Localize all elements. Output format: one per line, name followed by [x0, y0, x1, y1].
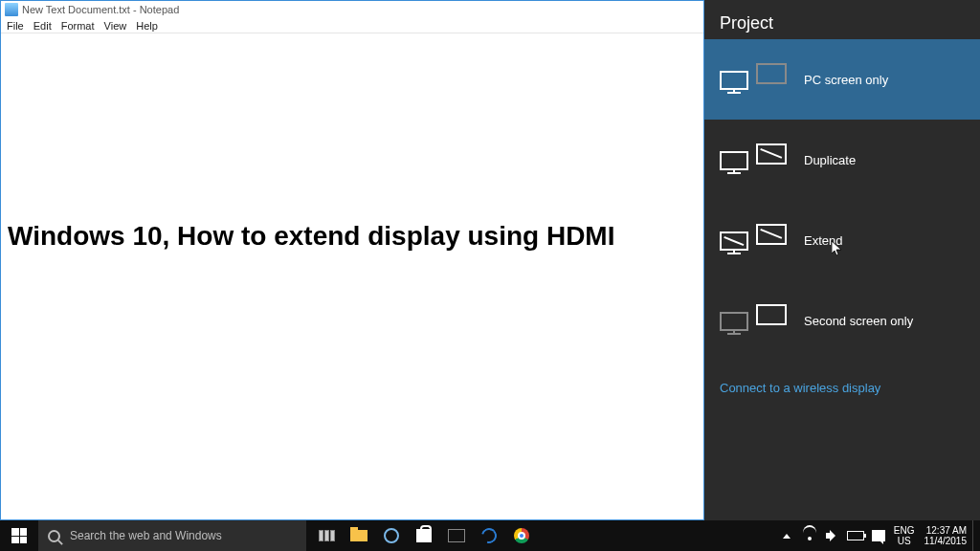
folder-icon — [350, 530, 368, 541]
task-view-icon — [319, 530, 335, 541]
editor-text: Windows 10, How to extend display using … — [8, 221, 697, 252]
edge-icon — [479, 525, 500, 546]
project-option-label: Extend — [804, 233, 842, 248]
language-button[interactable]: ENG US — [890, 525, 919, 546]
network-button[interactable] — [798, 520, 821, 551]
project-option-pc-screen-only[interactable]: PC screen only — [704, 39, 980, 120]
menu-edit[interactable]: Edit — [33, 20, 52, 32]
windows-logo-icon — [11, 528, 27, 543]
project-option-second-screen-only[interactable]: Second screen only — [704, 280, 980, 361]
store-icon — [416, 529, 432, 542]
wifi-icon — [803, 531, 816, 540]
menu-help[interactable]: Help — [136, 20, 158, 32]
duplicate-icon — [720, 143, 787, 176]
clock-time: 12:37 AM — [924, 525, 968, 536]
cortana-icon — [384, 528, 399, 543]
system-tray: ENG US 12:37 AM 11/4/2015 — [775, 520, 980, 551]
window-title: New Text Document.txt - Notepad — [22, 4, 179, 15]
notepad-icon — [5, 3, 18, 16]
second-screen-only-icon — [720, 304, 787, 337]
task-view-button[interactable] — [310, 520, 343, 551]
action-center-button[interactable] — [867, 520, 890, 551]
file-explorer-button[interactable] — [343, 520, 375, 551]
cortana-button[interactable] — [375, 520, 408, 551]
project-option-duplicate[interactable]: Duplicate — [704, 120, 980, 200]
notification-icon — [872, 530, 885, 541]
start-button[interactable] — [0, 520, 38, 551]
lang-region: US — [894, 536, 915, 546]
taskbar-search[interactable]: Search the web and Windows — [38, 520, 306, 551]
show-desktop-button[interactable] — [972, 520, 978, 551]
project-flyout: Project PC screen only Duplicate Extend … — [704, 0, 980, 520]
battery-button[interactable] — [844, 520, 867, 551]
notepad-menubar: File Edit Format View Help — [1, 18, 703, 33]
extend-icon — [720, 224, 787, 256]
notepad-editor[interactable]: Windows 10, How to extend display using … — [2, 33, 702, 518]
connect-wireless-display-link[interactable]: Connect to a wireless display — [720, 381, 880, 395]
project-option-label: PC screen only — [804, 73, 888, 87]
chrome-icon — [514, 528, 529, 543]
tray-overflow-button[interactable] — [775, 520, 798, 551]
project-option-extend[interactable]: Extend — [704, 200, 980, 280]
menu-format[interactable]: Format — [61, 20, 95, 32]
store-button[interactable] — [408, 520, 440, 551]
cmd-button[interactable] — [440, 520, 473, 551]
taskbar: Search the web and Windows ENG US 12:37 … — [0, 520, 980, 551]
project-title: Project — [704, 0, 980, 39]
clock-button[interactable]: 12:37 AM 11/4/2015 — [919, 525, 973, 546]
volume-button[interactable] — [821, 520, 844, 551]
lang-code: ENG — [894, 525, 915, 536]
chevron-up-icon — [783, 534, 791, 539]
project-option-label: Second screen only — [804, 314, 913, 328]
menu-view[interactable]: View — [104, 20, 127, 32]
edge-button[interactable] — [473, 520, 505, 551]
battery-icon — [847, 531, 864, 540]
chrome-button[interactable] — [505, 520, 538, 551]
clock-date: 11/4/2015 — [924, 536, 968, 546]
notepad-window: New Text Document.txt - Notepad File Edi… — [0, 0, 704, 520]
menu-file[interactable]: File — [7, 20, 24, 32]
search-icon — [48, 530, 60, 542]
pc-screen-only-icon — [720, 63, 787, 96]
project-option-label: Duplicate — [804, 153, 856, 167]
search-placeholder: Search the web and Windows — [70, 529, 222, 542]
taskbar-pinned-apps — [310, 520, 538, 551]
volume-icon — [826, 530, 839, 541]
notepad-titlebar[interactable]: New Text Document.txt - Notepad — [1, 1, 703, 18]
cmd-icon — [448, 529, 465, 542]
